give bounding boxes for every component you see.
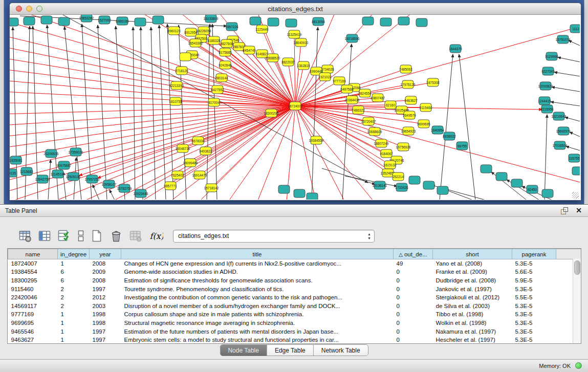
graph-node[interactable]: 17359026	[69, 148, 83, 156]
graph-node[interactable]: 19218596	[345, 34, 360, 42]
graph-node[interactable]	[572, 167, 580, 175]
citation-edge-red[interactable]	[295, 106, 580, 184]
table-row[interactable]: 2242004622012Investigating the contribut…	[8, 293, 581, 302]
citation-edge-red[interactable]	[295, 106, 316, 140]
graph-node[interactable]	[380, 18, 391, 26]
graph-node[interactable]: 19756928	[396, 143, 411, 151]
table-cell[interactable]: Estimation of the future numbers of pati…	[121, 327, 394, 336]
table-cell[interactable]: 0	[394, 276, 433, 285]
graph-node[interactable]	[294, 189, 305, 198]
table-cell[interactable]: 18724007	[8, 259, 58, 268]
graph-node[interactable]	[10, 18, 18, 26]
citation-edge-black[interactable]	[151, 27, 156, 200]
graph-node[interactable]: 15718142	[204, 184, 219, 192]
graph-node[interactable]: 66755	[456, 142, 468, 150]
graph-node[interactable]: 8960123	[167, 27, 181, 35]
graph-node[interactable]: 12213393	[169, 81, 184, 90]
table-cell[interactable]: 14569117	[8, 301, 58, 310]
graph-node[interactable]: 9242848	[219, 61, 232, 69]
table-cell[interactable]: Structural magnetic resonance image aver…	[121, 319, 394, 327]
graph-node[interactable]: 8822037	[281, 58, 295, 66]
table-cell[interactable]: 5.3E-5	[512, 336, 556, 344]
table-cell[interactable]: Nakamura et al. (1997)	[433, 327, 512, 336]
citation-edge-red[interactable]	[295, 65, 303, 106]
table-row[interactable]: 946554611997Estimation of the future num…	[8, 327, 581, 336]
graph-node[interactable]	[511, 179, 522, 187]
graph-node[interactable]: 1810755	[169, 97, 182, 105]
graph-node[interactable]: 1921022	[318, 73, 332, 81]
graph-node[interactable]: 817004	[208, 98, 220, 106]
table-cell[interactable]: Hescheler et al. (1997)	[433, 336, 512, 344]
graph-node[interactable]: 18300295	[264, 109, 279, 117]
table-cell[interactable]: 5.3E-5	[512, 310, 556, 319]
table-scrollbar-thumb[interactable]	[574, 260, 580, 275]
graph-node[interactable]: 7486322	[352, 106, 365, 114]
graph-node[interactable]: 8912954	[184, 28, 198, 36]
citation-edge-black[interactable]	[110, 190, 115, 200]
graph-node[interactable]	[278, 185, 290, 193]
graph-node[interactable]	[24, 17, 35, 25]
graph-node[interactable]: 17016504	[553, 141, 568, 149]
graph-node[interactable]: 15751074	[556, 35, 571, 43]
float-panel-icon[interactable]	[561, 207, 569, 214]
graph-node[interactable]: 1112	[570, 25, 580, 33]
graph-node[interactable]: 8215956	[540, 105, 554, 113]
table-cell[interactable]: 0	[394, 285, 433, 293]
graph-node[interactable]: 1244415	[538, 97, 551, 105]
table-cell[interactable]: 1	[58, 336, 90, 344]
delete-table-button[interactable]	[110, 229, 123, 243]
close-panel-icon[interactable]: ✕	[576, 206, 582, 214]
graph-node[interactable]	[153, 16, 164, 24]
graph-node[interactable]: 10688609	[367, 127, 382, 136]
graph-node[interactable]: 7857224	[225, 23, 238, 31]
column-header-out_de...[interactable]: △out_de...	[394, 249, 433, 259]
graph-node[interactable]: 8186328	[207, 36, 221, 45]
column-header-title[interactable]: title	[121, 249, 394, 259]
citation-edge-black[interactable]	[570, 132, 580, 137]
table-cell[interactable]: Dudbridge et al. (2008)	[433, 276, 512, 285]
graph-node[interactable]: 12093822	[538, 82, 553, 90]
table-row[interactable]: 911546021997Tourette syndrome. Phenomeno…	[8, 285, 581, 293]
citation-edge-black[interactable]	[345, 176, 397, 186]
citation-edge-red[interactable]	[255, 106, 295, 200]
graph-node[interactable]: 1640954	[431, 126, 444, 134]
row-options-button[interactable]	[77, 229, 84, 243]
graph-node[interactable]: 6497568	[340, 85, 354, 93]
table-cell[interactable]: 0	[394, 301, 433, 310]
graph-node[interactable]: 17957253	[85, 175, 100, 183]
graph-node[interactable]: 6986180	[116, 17, 129, 25]
graph-node[interactable]: 10653287	[79, 15, 94, 22]
table-cell[interactable]: 6	[58, 268, 90, 276]
graph-node[interactable]	[542, 189, 553, 198]
graph-node[interactable]	[496, 172, 507, 181]
citation-edge-black[interactable]	[116, 26, 125, 200]
graph-node[interactable]	[58, 17, 70, 26]
citation-edge-red[interactable]	[295, 15, 419, 106]
graph-node[interactable]: 9115460	[420, 103, 432, 112]
table-cell[interactable]: de Silva et al. (2003)	[433, 301, 512, 310]
table-cell[interactable]: 5.3E-5	[512, 327, 556, 336]
table-cell[interactable]: 9463627	[8, 336, 58, 344]
table-cell[interactable]: Stergiakouli et al. (2012)	[433, 293, 512, 302]
table-cell[interactable]: Changes of HCN gene expression and I(f) …	[121, 259, 394, 268]
graph-node[interactable]: 18807249	[374, 139, 389, 147]
tab-network-table[interactable]: Network Table	[313, 345, 368, 356]
graph-node[interactable]: 13942757	[35, 175, 50, 183]
graph-node[interactable]: 16046736	[176, 144, 190, 152]
graph-node[interactable]: 20206535	[44, 149, 59, 158]
table-cell[interactable]: Embryonic stem cells: a model to study s…	[121, 336, 394, 344]
citation-edge-black[interactable]	[545, 115, 547, 200]
graph-node[interactable]: 9777169	[333, 77, 346, 85]
table-cell[interactable]: 5.3E-5	[512, 285, 556, 293]
table-cell[interactable]: 1	[58, 319, 90, 327]
graph-node[interactable]: 10807487	[371, 94, 385, 102]
table-cell[interactable]: 2	[58, 301, 90, 310]
table-cell[interactable]: Estimation of significance thresholds fo…	[121, 276, 394, 285]
graph-node[interactable]: 8813054	[312, 17, 325, 26]
graph-node[interactable]: 17975125	[401, 80, 416, 89]
graph-node[interactable]: 1362815	[297, 61, 310, 70]
citation-edge-black[interactable]	[551, 102, 580, 106]
citation-edge-black[interactable]	[565, 117, 580, 121]
table-cell[interactable]: 0	[394, 336, 433, 344]
graph-node[interactable]: 16914479	[192, 171, 207, 179]
